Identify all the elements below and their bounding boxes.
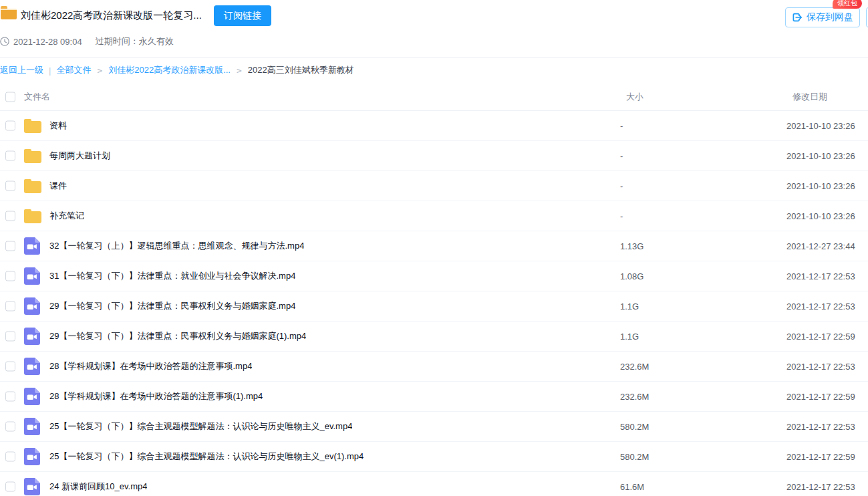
folder-icon	[24, 209, 41, 223]
table-row[interactable]: 补充笔记 - 2021-10-10 23:26	[0, 201, 868, 231]
video-file-icon	[24, 418, 40, 435]
row-checkbox[interactable]	[5, 301, 15, 312]
row-checkbox[interactable]	[5, 332, 15, 342]
file-size: 580.2M	[620, 452, 649, 462]
row-checkbox[interactable]	[5, 241, 15, 251]
export-icon	[792, 12, 803, 23]
file-date: 2021-12-17 22:53	[786, 301, 855, 312]
clock-icon	[0, 37, 9, 46]
video-file-icon	[24, 448, 40, 465]
file-size: -	[620, 151, 623, 161]
file-date: 2021-12-17 22:59	[786, 332, 855, 342]
file-size: 232.6M	[620, 362, 649, 372]
column-header-date: 修改日期	[792, 91, 827, 103]
page-title: 刘佳彬2022高考政治新课改版一轮复习...	[21, 9, 202, 22]
table-row[interactable]: 31【一轮复习（下）】法律重点：就业创业与社会争议解决.mp4 1.08G 20…	[0, 261, 868, 291]
subscribe-link-button[interactable]: 订阅链接	[214, 5, 271, 26]
file-list-header: 文件名 大小 修改日期	[0, 83, 868, 111]
breadcrumb-item-all-files[interactable]: 全部文件	[56, 64, 91, 76]
header: 刘佳彬2022高考政治新课改版一轮复习... 订阅链接 领红包 保存到网盘 20…	[0, 0, 868, 57]
table-row[interactable]: 29【一轮复习（下）】法律重点：民事权利义务与婚姻家庭.mp4 1.1G 202…	[0, 291, 868, 322]
row-checkbox[interactable]	[5, 362, 15, 372]
file-name[interactable]: 29【一轮复习（下）】法律重点：民事权利义务与婚姻家庭(1).mp4	[49, 330, 306, 342]
video-file-icon	[24, 297, 40, 315]
file-date: 2021-12-17 22:53	[786, 362, 855, 372]
file-date: 2021-10-10 23:26	[786, 151, 855, 161]
file-date: 2021-10-10 23:26	[786, 211, 855, 221]
file-name[interactable]: 29【一轮复习（下）】法律重点：民事权利义务与婚姻家庭.mp4	[49, 300, 295, 312]
file-size: 61.6M	[620, 482, 644, 492]
row-checkbox[interactable]	[5, 392, 15, 402]
row-checkbox[interactable]	[5, 422, 15, 432]
share-info: 2021-12-28 09:04 过期时间：永久有效	[0, 36, 174, 47]
file-name[interactable]: 31【一轮复习（下）】法律重点：就业创业与社会争议解决.mp4	[49, 270, 295, 282]
file-date: 2021-12-17 22:59	[786, 392, 855, 402]
video-file-icon	[24, 237, 40, 255]
breadcrumb-arrow-icon: >	[97, 66, 102, 76]
file-name[interactable]: 28【学科规划课】在考场中政治答题的注意事项(1).mp4	[49, 390, 263, 402]
breadcrumb-back-link[interactable]: 返回上一级	[0, 64, 43, 76]
table-row[interactable]: 25【一轮复习（下）】综合主观题模型解题法：认识论与历史唯物主义_ev(1).m…	[0, 442, 868, 472]
folder-icon	[24, 119, 41, 133]
row-checkbox[interactable]	[5, 211, 15, 221]
table-row[interactable]: 28【学科规划课】在考场中政治答题的注意事项(1).mp4 232.6M 202…	[0, 382, 868, 412]
row-checkbox[interactable]	[5, 271, 15, 281]
file-list: 资料 - 2021-10-10 23:26 每周两大题计划 - 2021-10-…	[0, 111, 868, 496]
table-row[interactable]: 28【学科规划课】在考场中政治答题的注意事项.mp4 232.6M 2021-1…	[0, 352, 868, 382]
expire-time-text: 过期时间：永久有效	[96, 35, 174, 47]
file-name[interactable]: 25【一轮复习（下）】综合主观题模型解题法：认识论与历史唯物主义_ev(1).m…	[49, 451, 364, 463]
save-button-label: 保存到网盘	[807, 11, 853, 23]
table-row[interactable]: 每周两大题计划 - 2021-10-10 23:26	[0, 141, 868, 171]
table-row[interactable]: 24 新课前回顾10_ev.mp4 61.6M 2021-12-17 22:53	[0, 472, 868, 496]
breadcrumb-item-current-folder: 2022高三刘佳斌秋季新教材	[248, 64, 354, 76]
file-date: 2021-10-10 23:26	[786, 181, 855, 191]
row-checkbox[interactable]	[5, 151, 15, 161]
file-date: 2021-12-17 22:59	[786, 452, 855, 462]
breadcrumb-item-parent-folder[interactable]: 刘佳彬2022高考政治新课改版...	[108, 64, 231, 76]
file-name[interactable]: 课件	[49, 180, 67, 192]
table-row[interactable]: 32【一轮复习（上）】逻辑思维重点：思维观念、规律与方法.mp4 1.13G 2…	[0, 231, 868, 261]
table-row[interactable]: 25【一轮复习（下）】综合主观题模型解题法：认识论与历史唯物主义_ev.mp4 …	[0, 412, 868, 442]
video-file-icon	[24, 267, 40, 285]
table-row[interactable]: 29【一轮复习（下）】法律重点：民事权利义务与婚姻家庭(1).mp4 1.1G …	[0, 322, 868, 352]
file-size: 1.1G	[620, 301, 639, 312]
file-name[interactable]: 32【一轮复习（上）】逻辑思维重点：思维观念、规律与方法.mp4	[49, 240, 304, 252]
file-size: -	[620, 121, 623, 131]
file-size: 1.13G	[620, 241, 643, 251]
video-file-icon	[24, 388, 40, 405]
file-size: -	[620, 181, 623, 191]
red-packet-badge[interactable]: 领红包	[833, 0, 862, 9]
video-file-icon	[24, 478, 40, 495]
file-name[interactable]: 资料	[49, 120, 67, 132]
file-date: 2021-12-17 22:53	[786, 271, 855, 281]
column-header-name: 文件名	[24, 91, 50, 103]
file-size: 232.6M	[620, 392, 649, 402]
save-to-drive-button[interactable]: 保存到网盘	[785, 7, 860, 27]
table-row[interactable]: 资料 - 2021-10-10 23:26	[0, 111, 868, 141]
breadcrumb-arrow-icon: >	[237, 66, 242, 76]
file-size: 1.08G	[620, 271, 643, 281]
file-date: 2021-10-10 23:26	[786, 121, 855, 131]
file-size: 1.1G	[620, 332, 639, 342]
file-date: 2021-12-27 23:44	[786, 241, 855, 251]
row-checkbox[interactable]	[5, 181, 15, 191]
breadcrumb: 返回上一级 | 全部文件 > 刘佳彬2022高考政治新课改版... > 2022…	[0, 57, 868, 83]
folder-icon	[24, 149, 41, 163]
file-size: 580.2M	[620, 422, 649, 432]
file-name[interactable]: 补充笔记	[49, 210, 84, 222]
column-header-size: 大小	[626, 91, 643, 103]
video-file-icon	[24, 328, 40, 345]
file-size: -	[620, 211, 623, 221]
select-all-checkbox[interactable]	[5, 92, 15, 102]
file-name[interactable]: 25【一轮复习（下）】综合主观题模型解题法：认识论与历史唯物主义_ev.mp4	[49, 420, 352, 432]
row-checkbox[interactable]	[5, 452, 15, 462]
row-checkbox[interactable]	[5, 482, 15, 492]
row-checkbox[interactable]	[5, 121, 15, 131]
table-row[interactable]: 课件 - 2021-10-10 23:26	[0, 171, 868, 201]
share-folder-icon	[1, 6, 17, 19]
file-name[interactable]: 28【学科规划课】在考场中政治答题的注意事项.mp4	[49, 360, 252, 372]
file-name[interactable]: 每周两大题计划	[49, 150, 110, 162]
video-file-icon	[24, 358, 40, 375]
folder-icon	[24, 179, 41, 193]
file-name[interactable]: 24 新课前回顾10_ev.mp4	[49, 481, 147, 493]
